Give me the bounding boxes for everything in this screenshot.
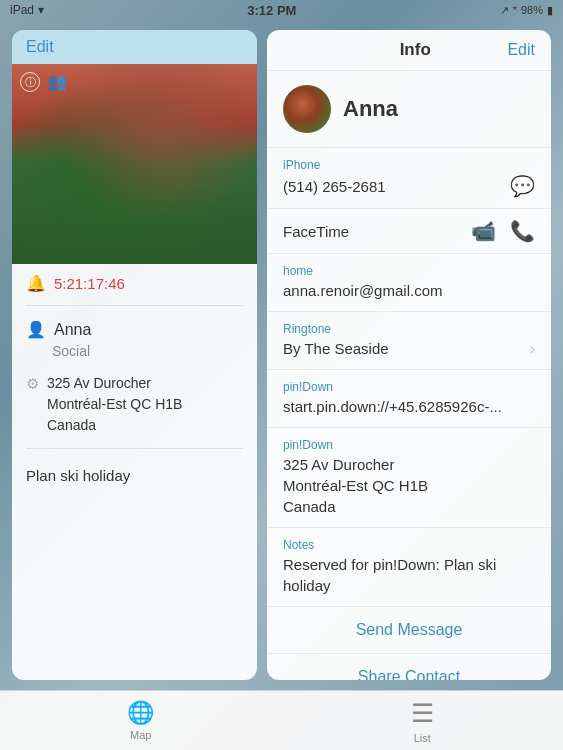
list-icon: ☰ [411,698,434,729]
message-icon[interactable]: 💬 [510,174,535,198]
left-address: 325 Av DurocherMontréal-Est QC H1BCanada [47,373,182,436]
info-icon[interactable]: ⓘ [20,72,40,92]
left-notes: Plan ski holiday [26,463,243,484]
notes-section: Notes Reserved for pin!Down: Plan ski ho… [267,527,551,606]
facetime-icons: 📹 📞 [471,219,535,243]
send-message-button[interactable]: Send Message [267,606,551,653]
phone-section: iPhone (514) 265-2681 💬 [267,147,551,208]
status-right: ↗ * 98% ▮ [500,4,553,17]
left-body: 🔔 5:21:17:46 👤 Anna Social ⚙ 325 Av Duro… [12,264,257,680]
left-header: Edit [12,30,257,64]
notes-value: Reserved for pin!Down: Plan ski holiday [283,554,535,596]
tab-bar: 🌐 Map ☰ List [0,690,563,750]
ringtone-chevron-icon: › [530,340,535,358]
avatar [283,85,331,133]
location-icon: ⚙ [26,375,39,393]
map-icon: 🌐 [127,700,154,726]
main-content: Edit ⓘ 👥 🔔 5:21:17:46 👤 Anna Social ⚙ 32… [0,20,563,690]
phone-icons: 💬 [510,174,535,198]
alert-time: 5:21:17:46 [54,275,125,292]
bell-icon: 🔔 [26,274,46,293]
battery-icon: ▮ [547,4,553,17]
notes-label: Notes [283,538,535,552]
left-panel: Edit ⓘ 👥 🔔 5:21:17:46 👤 Anna Social ⚙ 32… [12,30,257,680]
left-photo: ⓘ 👥 [12,64,257,264]
tab-list-label: List [414,732,431,744]
signal-icon: * [513,4,517,16]
name-row: 👤 Anna [26,320,243,339]
ringtone-row: By The Seaside › [283,338,535,359]
contact-header: Anna [267,71,551,147]
avatar-image [283,85,331,133]
location-icon: ↗ [500,4,509,17]
pindown-url-section: pin!Down start.pin.down://+45.6285926c-.… [267,369,551,427]
left-edit-button[interactable]: Edit [26,38,54,56]
facetime-section: FaceTime 📹 📞 [267,208,551,253]
status-bar: iPad ▾ 3:12 PM ↗ * 98% ▮ [0,0,563,20]
email-value: anna.renoir@gmail.com [283,280,535,301]
battery-percent: 98% [521,4,543,16]
phone-icon[interactable]: 📞 [510,219,535,243]
right-panel: Info Edit Anna iPhone (514) 265-2681 💬 [267,30,551,680]
people-icon: 👥 [47,72,67,91]
right-contact-name: Anna [343,96,398,122]
video-icon[interactable]: 📹 [471,219,496,243]
tab-map-label: Map [130,729,151,741]
ringtone-label: Ringtone [283,322,535,336]
alert-row: 🔔 5:21:17:46 [26,274,243,306]
ringtone-value: By The Seaside [283,338,389,359]
pindown-address-label: pin!Down [283,438,535,452]
left-contact-type: Social [26,343,243,359]
pindown-url-value: start.pin.down://+45.6285926c-... [283,396,535,417]
right-header-title: Info [323,40,507,60]
phone-value: (514) 265-2681 [283,176,386,197]
tab-list[interactable]: ☰ List [282,691,564,750]
right-edit-button[interactable]: Edit [507,41,535,59]
wifi-icon: ▾ [38,3,44,17]
left-contact-name: Anna [54,321,91,339]
right-body: Anna iPhone (514) 265-2681 💬 FaceTime 📹 … [267,71,551,680]
right-header: Info Edit [267,30,551,71]
ringtone-section: Ringtone By The Seaside › [267,311,551,369]
email-section: home anna.renoir@gmail.com [267,253,551,311]
share-contact-button[interactable]: Share Contact [267,653,551,680]
pindown-url-label: pin!Down [283,380,535,394]
status-left: iPad ▾ [10,3,44,17]
carrier-label: iPad [10,3,34,17]
address-row: ⚙ 325 Av DurocherMontréal-Est QC H1BCana… [26,373,243,449]
email-label: home [283,264,535,278]
pindown-address-value: 325 Av DurocherMontréal-Est QC H1BCanada [283,454,535,517]
phone-row: (514) 265-2681 💬 [283,174,535,198]
photo-background [12,64,257,264]
facetime-label: FaceTime [283,223,349,240]
tab-map[interactable]: 🌐 Map [0,691,282,750]
pindown-address-section: pin!Down 325 Av DurocherMontréal-Est QC … [267,427,551,527]
contact-card-icon: 👤 [26,320,46,339]
status-time: 3:12 PM [247,3,296,18]
phone-label: iPhone [283,158,535,172]
